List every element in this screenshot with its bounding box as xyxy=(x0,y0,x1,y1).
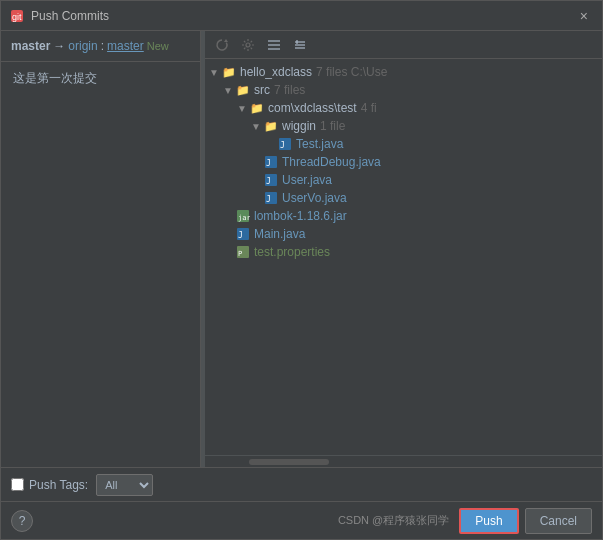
tree-test-java[interactable]: J Test.java xyxy=(205,135,602,153)
java-icon-user: J xyxy=(263,172,279,188)
tree-main-java[interactable]: J Main.java xyxy=(205,225,602,243)
tree-uservo-java[interactable]: J UserVo.java xyxy=(205,189,602,207)
toggle-root: ▼ xyxy=(209,67,221,78)
right-panel: ▼ 📁 hello_xdclass 7 files C:\Use ▼ 📁 src… xyxy=(205,31,602,467)
tree-root-meta: 7 files C:\Use xyxy=(316,65,387,79)
tree-user-java[interactable]: J User.java xyxy=(205,171,602,189)
watermark: CSDN @程序猿张同学 xyxy=(338,513,449,528)
tree-com-meta: 4 fi xyxy=(361,101,377,115)
tree-test-properties[interactable]: P test.properties xyxy=(205,243,602,261)
expand-button[interactable] xyxy=(263,34,285,56)
commit-item[interactable]: 这是第一次提交 xyxy=(1,66,200,91)
java-icon-uservo: J xyxy=(263,190,279,206)
bottom-bar: Push Tags: All None xyxy=(1,467,602,501)
toggle-com: ▼ xyxy=(237,103,249,114)
action-buttons: Push Cancel xyxy=(459,508,592,534)
branch-header: master → origin : master New xyxy=(1,31,200,62)
action-bar: ? CSDN @程序猿张同学 Push Cancel xyxy=(1,501,602,539)
properties-icon: P xyxy=(235,244,251,260)
left-panel: master → origin : master New 这是第一次提交 xyxy=(1,31,201,467)
tree-uservo-java-label: UserVo.java xyxy=(282,191,347,205)
tree-lombok-jar[interactable]: jar lombok-1.18.6.jar xyxy=(205,207,602,225)
tree-test-properties-label: test.properties xyxy=(254,245,330,259)
folder-icon-com: 📁 xyxy=(249,100,265,116)
title-bar: git Push Commits × xyxy=(1,1,602,31)
refresh-button[interactable] xyxy=(211,34,233,56)
tree-com[interactable]: ▼ 📁 com\xdclass\test 4 fi xyxy=(205,99,602,117)
tree-threaddebug-java-label: ThreadDebug.java xyxy=(282,155,381,169)
tree-main-java-label: Main.java xyxy=(254,227,305,241)
svg-text:git: git xyxy=(12,12,22,22)
tree-wiggin-meta: 1 file xyxy=(320,119,345,133)
svg-text:jar: jar xyxy=(238,214,250,222)
tree-root-label: hello_xdclass xyxy=(240,65,312,79)
tree-threaddebug-java[interactable]: J ThreadDebug.java xyxy=(205,153,602,171)
branch-local: master xyxy=(11,39,50,53)
tree-com-label: com\xdclass\test xyxy=(268,101,357,115)
horizontal-scrollbar-area xyxy=(205,455,602,467)
branch-arrow: → xyxy=(53,39,65,53)
help-button[interactable]: ? xyxy=(11,510,33,532)
java-icon-test: J xyxy=(277,136,293,152)
push-tags-label[interactable]: Push Tags: xyxy=(11,478,88,492)
svg-text:J: J xyxy=(266,159,271,168)
right-toolbar xyxy=(205,31,602,59)
file-tree: ▼ 📁 hello_xdclass 7 files C:\Use ▼ 📁 src… xyxy=(205,59,602,455)
tree-user-java-label: User.java xyxy=(282,173,332,187)
git-icon: git xyxy=(9,8,25,24)
content-area: master → origin : master New 这是第一次提交 xyxy=(1,31,602,467)
branch-remote: origin xyxy=(68,39,97,53)
cancel-button[interactable]: Cancel xyxy=(525,508,592,534)
push-tags-checkbox[interactable] xyxy=(11,478,24,491)
push-commits-dialog: git Push Commits × master → origin : mas… xyxy=(0,0,603,540)
toggle-src: ▼ xyxy=(223,85,235,96)
branch-colon: : xyxy=(101,39,104,53)
branch-remote-name[interactable]: master xyxy=(107,39,144,53)
java-icon-threaddebug: J xyxy=(263,154,279,170)
push-button[interactable]: Push xyxy=(459,508,518,534)
svg-point-3 xyxy=(246,43,250,47)
action-right: CSDN @程序猿张同学 Push Cancel xyxy=(338,508,592,534)
svg-text:J: J xyxy=(266,195,271,204)
tree-wiggin-label: wiggin xyxy=(282,119,316,133)
svg-text:J: J xyxy=(238,231,243,240)
tree-src-meta: 7 files xyxy=(274,83,305,97)
toggle-wiggin: ▼ xyxy=(251,121,263,132)
svg-text:J: J xyxy=(266,177,271,186)
tree-wiggin[interactable]: ▼ 📁 wiggin 1 file xyxy=(205,117,602,135)
java-icon-main: J xyxy=(235,226,251,242)
commit-list: 这是第一次提交 xyxy=(1,62,200,467)
tree-src[interactable]: ▼ 📁 src 7 files xyxy=(205,81,602,99)
tree-lombok-jar-label: lombok-1.18.6.jar xyxy=(254,209,347,223)
jar-icon-lombok: jar xyxy=(235,208,251,224)
tree-root[interactable]: ▼ 📁 hello_xdclass 7 files C:\Use xyxy=(205,63,602,81)
collapse-button[interactable] xyxy=(289,34,311,56)
folder-icon-src: 📁 xyxy=(235,82,251,98)
folder-icon-wiggin: 📁 xyxy=(263,118,279,134)
tags-dropdown[interactable]: All None xyxy=(96,474,153,496)
tree-test-java-label: Test.java xyxy=(296,137,343,151)
branch-new-badge: New xyxy=(147,40,169,52)
push-tags-text: Push Tags: xyxy=(29,478,88,492)
horizontal-scrollbar-thumb[interactable] xyxy=(249,459,329,465)
folder-icon-root: 📁 xyxy=(221,64,237,80)
settings-button[interactable] xyxy=(237,34,259,56)
svg-text:J: J xyxy=(280,141,285,150)
tree-src-label: src xyxy=(254,83,270,97)
close-button[interactable]: × xyxy=(574,6,594,26)
dialog-title: Push Commits xyxy=(31,9,574,23)
svg-marker-2 xyxy=(224,39,228,42)
svg-text:P: P xyxy=(238,250,242,258)
